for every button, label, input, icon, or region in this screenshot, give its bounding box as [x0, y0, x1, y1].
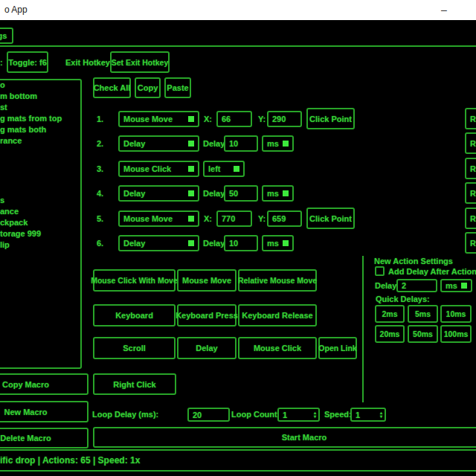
delay-label: Delay [203, 239, 225, 248]
list-item[interactable]: rance [0, 136, 22, 145]
x-input[interactable]: 770 [216, 210, 252, 227]
speed-stepper[interactable]: 1 ▴▾ [350, 408, 386, 422]
add-delay-button[interactable]: Delay [177, 337, 237, 359]
delay-label: Delay [203, 139, 225, 148]
add-relative-mouse-move-button[interactable]: Relative Mouse Move [238, 269, 317, 292]
add-delay-checkbox[interactable] [375, 266, 385, 276]
quick-delay-100ms-button[interactable]: 100ms [440, 325, 472, 343]
new-macro-button[interactable]: New Macro [0, 401, 89, 422]
action-type-dropdown[interactable]: Delay [118, 185, 199, 202]
delay-input[interactable]: 10 [224, 135, 258, 152]
x-label: X: [204, 115, 212, 123]
copy-macro-button[interactable]: Copy Macro [0, 373, 89, 395]
unit-dropdown[interactable]: ms [262, 235, 294, 251]
list-item[interactable]: torage 999 [0, 229, 41, 238]
list-item[interactable]: o [0, 80, 5, 89]
row-number: 3. [97, 164, 103, 173]
new-delay-input[interactable]: 2 [396, 279, 437, 292]
loop-delay-input[interactable]: 20 [187, 408, 230, 422]
dropdown-indicator-icon [188, 216, 194, 222]
add-open-link-button[interactable]: Open Link [318, 337, 357, 359]
remove-button[interactable]: R [465, 182, 476, 204]
dropdown-indicator-icon [283, 141, 289, 147]
new-delay-unit-dropdown[interactable]: ms [440, 279, 472, 292]
stepper-arrows-icon[interactable]: ▴▾ [380, 411, 382, 419]
action-type-value: Mouse Click [123, 164, 171, 173]
new-action-settings-title: New Action Settings [374, 257, 453, 266]
copy-button[interactable]: Copy [135, 77, 161, 98]
add-mouse-click-with-move-button[interactable]: Mouse Click With Move [93, 269, 176, 292]
settings-separator [362, 256, 364, 402]
list-item[interactable]: ance [0, 207, 19, 216]
list-item[interactable]: g mats from top [0, 114, 62, 123]
delay-input[interactable]: 10 [224, 235, 258, 251]
quick-delay-2ms-button[interactable]: 2ms [375, 305, 405, 323]
paste-button[interactable]: Paste [164, 77, 191, 98]
loop-count-value: 1 [283, 411, 287, 419]
dropdown-indicator-icon [234, 166, 239, 172]
tab-strip-divider [0, 45, 476, 47]
x-label: X: [204, 214, 212, 223]
list-item[interactable]: ckpack [0, 218, 28, 227]
row-number: 1. [97, 115, 103, 123]
action-type-dropdown[interactable]: Mouse Click [118, 161, 199, 177]
minimize-icon[interactable]: – [434, 2, 454, 17]
status-bar: ific drop | Actions: 65 | Speed: 1x [0, 449, 476, 472]
action-type-dropdown[interactable]: Delay [118, 135, 199, 152]
remove-button[interactable]: R [465, 158, 476, 179]
add-scroll-button[interactable]: Scroll [93, 337, 176, 359]
exit-hotkey-label: Exit Hotkey: [65, 58, 113, 67]
unit-dropdown[interactable]: ms [262, 135, 294, 152]
remove-button[interactable]: R [465, 208, 476, 229]
remove-button[interactable]: R [465, 132, 476, 154]
add-delay-checkbox-label: Add Delay After Action [388, 267, 476, 276]
add-mouse-move-button[interactable]: Mouse Move [177, 269, 237, 292]
dropdown-indicator-icon [283, 190, 289, 196]
loop-count-stepper[interactable]: 1 ▴▾ [277, 408, 320, 422]
mouse-button-dropdown[interactable]: left [203, 161, 245, 177]
list-item[interactable]: g mats both [0, 125, 46, 134]
quick-delay-5ms-button[interactable]: 5ms [408, 305, 438, 323]
tab-settings[interactable]: gs [0, 28, 13, 44]
unit-dropdown[interactable]: ms [262, 185, 294, 202]
dropdown-indicator-icon [188, 240, 194, 246]
stepper-arrows-icon[interactable]: ▴▾ [314, 411, 316, 419]
y-label: Y: [258, 115, 266, 123]
action-type-dropdown[interactable]: Mouse Move [118, 111, 199, 127]
remove-button[interactable]: R [465, 232, 476, 254]
quick-delay-50ms-button[interactable]: 50ms [408, 325, 438, 343]
y-input[interactable]: 290 [267, 111, 302, 127]
list-item[interactable]: st [0, 103, 7, 112]
action-type-dropdown[interactable]: Mouse Move [118, 210, 199, 227]
y-label: Y: [258, 214, 266, 223]
add-keyboard-button[interactable]: Keyboard [93, 304, 176, 327]
toggle-hotkey-button[interactable]: Toggle: f6 [7, 51, 48, 73]
speed-label: Speed: [324, 410, 352, 419]
add-right-click-button[interactable]: Right Click [93, 373, 176, 395]
unit-value: ms [446, 281, 457, 290]
list-item[interactable]: lip [0, 240, 10, 249]
action-type-dropdown[interactable]: Delay [118, 235, 199, 251]
delay-input[interactable]: 50 [224, 185, 258, 202]
set-exit-hotkey-button[interactable]: Set Exit Hotkey [110, 51, 170, 73]
delete-macro-button[interactable]: Delete Macro [0, 428, 89, 448]
add-keyboard-press-button[interactable]: Keyboard Press [177, 304, 237, 327]
click-point-button[interactable]: Click Point [306, 108, 355, 129]
action-type-value: Delay [123, 189, 145, 198]
titlebar: o App – [0, 0, 476, 20]
action-type-value: Delay [123, 139, 145, 148]
start-macro-button[interactable]: Start Macro [93, 427, 476, 448]
click-point-button[interactable]: Click Point [306, 208, 355, 229]
add-keyboard-release-button[interactable]: Keyboard Release [238, 304, 317, 327]
remove-button[interactable]: R [465, 108, 476, 129]
list-item[interactable]: m bottom [0, 91, 37, 100]
quick-delay-20ms-button[interactable]: 20ms [375, 325, 405, 343]
y-input[interactable]: 659 [267, 210, 302, 227]
check-all-button[interactable]: Check All [93, 77, 131, 98]
quick-delay-10ms-button[interactable]: 10ms [440, 305, 472, 323]
dropdown-indicator-icon [188, 141, 194, 147]
action-type-value: Delay [123, 239, 145, 248]
x-input[interactable]: 66 [216, 111, 252, 127]
add-mouse-click-button[interactable]: Mouse Click [238, 337, 317, 359]
list-item[interactable]: s [0, 196, 4, 205]
